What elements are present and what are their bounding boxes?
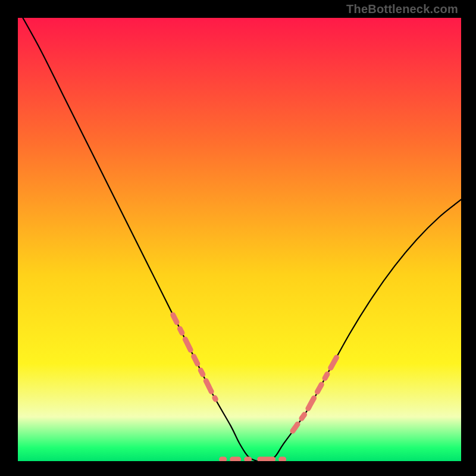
plot-area (18, 18, 461, 461)
bottleneck-curve (18, 18, 461, 461)
chart-frame: TheBottleneck.com (0, 0, 476, 476)
watermark-text: TheBottleneck.com (346, 2, 458, 16)
